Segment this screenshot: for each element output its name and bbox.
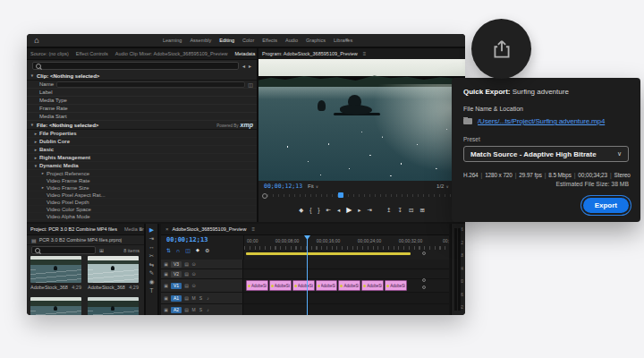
project-clip-item[interactable]: AdobeStock_3685448.. 4;29 xyxy=(30,256,81,293)
program-tab[interactable]: Program: AdobeStock_368595109_Preview xyxy=(258,51,361,56)
track-lane[interactable] xyxy=(243,260,449,268)
project-tab[interactable]: Project: PCR 3.0 B2 Combine MP4 files xyxy=(27,226,121,232)
timeline-clip[interactable]: AdobeSt xyxy=(316,280,338,291)
work-area-bar[interactable] xyxy=(246,252,411,255)
panel-overflow-icon[interactable]: » xyxy=(140,224,142,234)
file-section-header[interactable]: ▾ File: <Nothing selected> Powered By xm… xyxy=(27,121,257,130)
name-input[interactable] xyxy=(56,81,245,88)
timeline-clip[interactable]: AdobeSt xyxy=(385,280,407,291)
mic-icon[interactable]: ♪ xyxy=(206,308,210,312)
button-editor-icon[interactable]: ⊞ xyxy=(419,208,424,214)
snap-icon[interactable]: ∩ xyxy=(176,248,180,253)
metadata-sub-row[interactable]: Video Color Space xyxy=(27,206,257,213)
new-bin-icon[interactable]: ⊞ xyxy=(99,247,104,253)
program-timecode[interactable]: 00;00;12;13 xyxy=(264,183,302,190)
lock-icon[interactable]: ▣ xyxy=(164,272,168,277)
workspace-tab[interactable]: Assembly xyxy=(190,38,211,43)
add-marker-button[interactable]: ◆ xyxy=(299,208,303,214)
scrubber-playhead[interactable] xyxy=(338,192,343,198)
hand-tool[interactable]: ◉ xyxy=(149,279,155,286)
razor-tool[interactable]: ✂ xyxy=(149,253,154,260)
playhead[interactable] xyxy=(307,236,308,315)
clip-section-header[interactable]: ▾ Clip: <Nothing selected> xyxy=(27,72,257,81)
linked-selection-icon[interactable]: ◫ xyxy=(185,248,191,253)
project-clip-item[interactable]: AdobeStock_3685448.. 4;29 xyxy=(88,256,139,293)
selection-tool[interactable]: ▶ xyxy=(149,227,154,234)
metadata-group-row[interactable]: ▸ Rights Management xyxy=(27,154,257,162)
track-target-badge[interactable]: A1 xyxy=(171,295,182,302)
go-to-in-button[interactable]: ⇤ xyxy=(326,208,330,214)
timeline-clip[interactable]: AdobeSt xyxy=(338,280,360,291)
timeline-clip[interactable]: AdobeSt xyxy=(269,280,292,291)
eye-icon[interactable]: ⊙ xyxy=(191,272,196,277)
track-header[interactable]: ▣ V3 ▤ ⊙ xyxy=(161,260,243,268)
sync-lock-icon[interactable]: ▤ xyxy=(184,272,189,277)
track-header[interactable]: ▣ A1 ▤ M S ♪ xyxy=(161,293,243,303)
track-header[interactable]: ▣ V2 ▤ ⊙ xyxy=(161,269,243,278)
pen-tool[interactable]: ✎ xyxy=(149,270,154,277)
eye-icon[interactable]: ⊙ xyxy=(191,284,196,288)
preset-select[interactable]: Match Source - Adaptive High Bitrate ∨ xyxy=(463,146,629,162)
workspace-overflow-icon[interactable]: » xyxy=(345,34,349,47)
timeline-timecode[interactable]: 00;00;12;13 xyxy=(166,236,208,243)
metadata-sub-row[interactable]: Video Pixel Depth xyxy=(27,199,257,206)
panel-menu-icon[interactable]: ≡ xyxy=(363,51,367,56)
sync-lock-icon[interactable]: ▤ xyxy=(184,308,189,312)
metadata-sub-row[interactable]: ▸ Video Frame Size xyxy=(27,184,257,192)
metadata-group-row[interactable]: ▸ Dublin Core xyxy=(27,138,257,146)
mute-button[interactable]: M xyxy=(191,296,196,301)
track-header[interactable]: ▣ V1 ▤ ⊙ xyxy=(161,279,243,292)
solo-button[interactable]: S xyxy=(199,308,203,312)
panel-tab[interactable]: Metadata xyxy=(231,51,257,56)
scrollbar-handle[interactable] xyxy=(422,286,426,289)
close-icon[interactable]: × xyxy=(165,226,169,232)
project-breadcrumb[interactable]: ▤ PCR 3.0 B2 Combine MP4 files.prproj xyxy=(27,235,144,245)
sync-lock-icon[interactable]: ▤ xyxy=(184,284,189,288)
add-marker-icon[interactable]: ◆ xyxy=(196,248,199,253)
track-target-badge[interactable]: A2 xyxy=(171,307,182,313)
track-target-badge[interactable]: V1 xyxy=(171,283,182,289)
panel-tab[interactable]: Audio Clip Mixer: AdobeStock_368595109_P… xyxy=(112,51,232,56)
metadata-sub-row[interactable]: ▸ Video Alpha Premultiple Color xyxy=(27,220,257,222)
workspace-tab[interactable]: Graphics xyxy=(306,38,326,43)
quick-export-button[interactable] xyxy=(471,19,531,79)
workspace-tab[interactable]: Libraries xyxy=(334,38,352,43)
slip-tool[interactable]: ⇆ xyxy=(149,262,154,268)
zoom-level-select[interactable]: Fit ∨ xyxy=(308,183,318,189)
sync-lock-icon[interactable]: ▤ xyxy=(184,262,189,267)
track-lane[interactable]: AdobeSt AdobeSt AdobeSt xyxy=(243,279,449,292)
scrollbar-handle[interactable] xyxy=(422,251,426,255)
workspace-tab[interactable]: Effects xyxy=(262,38,277,43)
extract-button[interactable]: ↧ xyxy=(398,208,402,214)
metadata-group-row[interactable]: ▸ Basic xyxy=(27,146,257,154)
metadata-group-row[interactable]: ▸ File Properties xyxy=(27,130,257,138)
workspace-tab[interactable]: Color xyxy=(242,38,254,43)
track-target-badge[interactable]: V2 xyxy=(171,271,182,277)
sync-lock-icon[interactable]: ▤ xyxy=(184,296,189,301)
lock-icon[interactable]: ▣ xyxy=(164,284,168,288)
metadata-sub-row[interactable]: Video Alpha Mode xyxy=(27,213,257,220)
program-video[interactable] xyxy=(258,59,465,181)
workspace-tab[interactable]: Learning xyxy=(163,38,182,43)
metadata-search-input[interactable] xyxy=(32,62,239,70)
lock-icon[interactable]: ▣ xyxy=(164,308,168,312)
track-lane[interactable] xyxy=(243,293,449,303)
track-header[interactable]: ▣ A2 ▤ M S ♪ xyxy=(161,304,243,315)
lift-button[interactable]: ↥ xyxy=(386,208,391,214)
metadata-sub-row[interactable]: Video Pixel Aspect Rat... xyxy=(27,192,257,199)
timeline-settings-icon[interactable]: ⚙ xyxy=(205,248,209,253)
dynamic-media-header[interactable]: ▾ Dynamic Media xyxy=(27,162,257,170)
file-path-link[interactable]: /Users/...ts/Project/Surfing adventure.m… xyxy=(478,117,605,125)
track-select-tool[interactable]: ⇥ xyxy=(149,236,154,243)
sequence-tab[interactable]: AdobeStock_368595109_Preview xyxy=(173,226,247,232)
playback-resolution-select[interactable]: 1/2 ∨ xyxy=(436,183,449,189)
panel-tab[interactable]: Effect Controls xyxy=(72,51,112,56)
next-result-icon[interactable]: ▸ xyxy=(249,63,251,69)
solo-button[interactable]: S xyxy=(199,296,203,301)
timeline-ruler[interactable]: 00;0000;00;08;0000;00;16;0000;00;24;0000… xyxy=(243,234,449,260)
clip-thumbnail[interactable] xyxy=(30,297,81,316)
metadata-sub-row[interactable]: Video Frame Rate xyxy=(27,177,257,184)
clip-thumbnail[interactable] xyxy=(30,256,81,283)
prev-result-icon[interactable]: ◂ xyxy=(242,63,245,69)
workspace-tab[interactable]: Audio xyxy=(285,38,298,43)
